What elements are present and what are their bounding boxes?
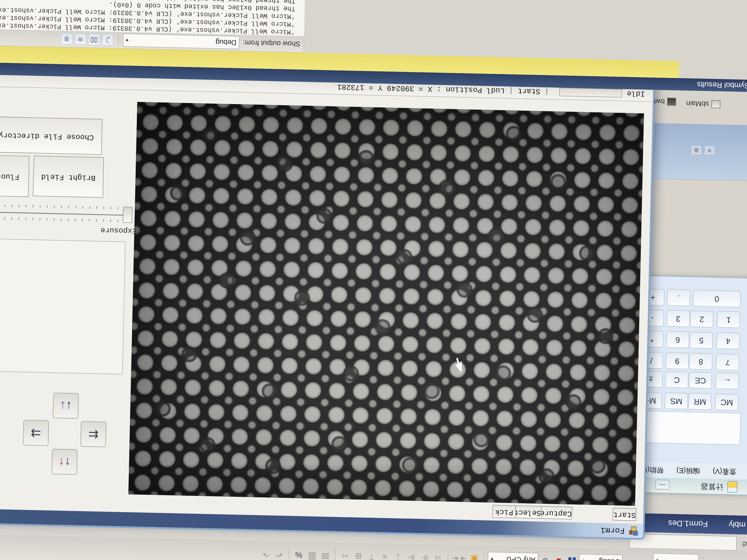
undo2-icon[interactable]: ↶	[273, 548, 286, 560]
spacing-icon[interactable]: 𝍣	[319, 549, 332, 560]
select-button[interactable]: Select	[514, 506, 542, 519]
move-up-button[interactable]: ↑↑	[51, 449, 78, 475]
bright-field-button[interactable]: Bright Field	[33, 156, 104, 198]
key-ms[interactable]: MS	[665, 392, 688, 409]
key-4[interactable]: 4	[716, 332, 740, 349]
spacing2-icon[interactable]: 𝍤	[306, 549, 318, 560]
upside-down-screen: ⟲ ⟳ ▾ ▾ Debug▾ ▮▮ ■ ↻ Any CPU▾ ▣ ⇥ ⇤ ⫤ ⊪…	[0, 0, 747, 560]
show-output-from-label: Show output from:	[243, 39, 301, 48]
pick-button[interactable]: Pick	[492, 505, 516, 518]
image-vignette	[128, 102, 644, 506]
key-decimal[interactable]: .	[667, 289, 691, 306]
find-symbol-results-title: d Symbol Results	[697, 78, 747, 92]
restart-debug-icon[interactable]: ↻	[539, 554, 552, 560]
exposure-slider[interactable]	[0, 212, 132, 216]
menu-view[interactable]: 查看(V)	[713, 466, 737, 477]
toolbar-separator	[289, 547, 289, 559]
capture-button[interactable]: Capture	[540, 506, 572, 519]
find-input[interactable]	[629, 534, 737, 551]
statusbar-component-icon	[711, 100, 720, 108]
status-state: Idle	[627, 89, 645, 98]
form1-window: Form1 Start Capture Select Pick ↑↑ ⇇ ⇉ ↓…	[0, 70, 655, 540]
exposure-slider-thumb[interactable]	[123, 207, 132, 223]
menu-edit[interactable]: 编辑(E)	[676, 466, 700, 476]
key-0[interactable]: 0	[693, 290, 741, 308]
goto-message-icon[interactable]: ⤸	[102, 34, 113, 46]
toolbar-separator	[118, 34, 119, 46]
stop-debug-icon[interactable]: ■	[552, 555, 565, 560]
clear-all-icon[interactable]: ⌧	[88, 34, 100, 45]
tab-form1-designer[interactable]: Form1.Des	[657, 513, 718, 534]
percent-icon[interactable]: %	[292, 549, 305, 560]
form1-app-icon	[628, 526, 638, 535]
key-backspace[interactable]: ←	[715, 372, 739, 389]
align-bottom-icon[interactable]: ⟙	[365, 551, 378, 560]
key-5[interactable]: 5	[690, 332, 713, 349]
solution-config-combo[interactable]: Debug▾	[579, 554, 623, 560]
pause-debug-icon[interactable]: ▮▮	[566, 555, 578, 560]
attach-process-icon[interactable]: ▣	[468, 553, 481, 560]
dropdown-icon[interactable]: ▾	[706, 558, 718, 560]
move-down-button[interactable]: ↓↓	[53, 393, 79, 419]
redo2-icon[interactable]: ↷	[260, 548, 272, 560]
tab-assembly[interactable]: mbly	[718, 515, 747, 535]
slider-ticks-bottom	[0, 204, 132, 210]
key-2[interactable]: 2	[690, 311, 714, 327]
align-left-icon[interactable]: ⫤	[432, 552, 444, 560]
find-label: nd:	[741, 540, 747, 548]
move-left-button[interactable]: ⇇	[80, 421, 106, 447]
picture-box	[0, 238, 126, 374]
key-8[interactable]: 8	[689, 353, 713, 370]
exposure-label: Exposure	[101, 226, 137, 235]
key-c[interactable]: C	[665, 371, 689, 388]
calculator-icon	[727, 481, 738, 492]
toolbar-separator	[484, 551, 485, 560]
list-icon[interactable]: ≡	[704, 145, 715, 156]
toolbar-separator	[335, 548, 336, 560]
align-center-icon[interactable]: ⊪	[419, 552, 431, 560]
pin-icon[interactable]: ≣	[61, 33, 73, 45]
toolbar-separator	[702, 556, 703, 560]
startup-project-combo[interactable]: ▾	[653, 553, 699, 560]
calculator-title: 计算器	[700, 481, 723, 492]
same-size-icon[interactable]: ⊞	[352, 550, 365, 560]
key-1[interactable]: 1	[717, 311, 740, 328]
fluorescent-field-button[interactable]: Fluorescent Field	[0, 154, 29, 197]
key-3[interactable]: 3	[666, 310, 690, 327]
choose-file-directory-button[interactable]: Choose File directory	[0, 116, 103, 155]
status-start: Start	[517, 87, 540, 96]
key-mc[interactable]: MC	[715, 394, 739, 410]
move-right-button[interactable]: ⇉	[23, 420, 49, 446]
redo-icon[interactable]: ⟳	[719, 558, 732, 560]
list2-icon[interactable]: ≣	[691, 145, 702, 155]
calculator-display	[637, 410, 741, 445]
backgroundworker-component-icon	[667, 98, 676, 106]
key-ce[interactable]: CE	[689, 372, 712, 389]
key-7[interactable]: 7	[716, 353, 740, 370]
size-width-icon[interactable]: ⇿	[339, 550, 351, 560]
toolbar-overflow-icon[interactable]: ▾	[0, 542, 2, 555]
align-right-icon[interactable]: ⊫	[405, 551, 418, 560]
output-source-combo[interactable]: Debug▾	[123, 33, 239, 49]
toolbar-separator	[448, 551, 448, 560]
key-9[interactable]: 9	[666, 352, 689, 369]
wordwrap-icon[interactable]: ≋	[75, 33, 86, 45]
undo-icon[interactable]: ⟲	[732, 559, 745, 560]
slider-ticks-top	[0, 217, 132, 222]
align-top-icon[interactable]: ⟘	[392, 551, 404, 560]
status-progressbar	[559, 88, 622, 98]
key-6[interactable]: 6	[666, 331, 690, 348]
platform-combo[interactable]: Any CPU▾	[488, 552, 539, 560]
key-mr[interactable]: MR	[688, 393, 712, 410]
align-middle-icon[interactable]: ≡	[379, 551, 391, 560]
start-button[interactable]: Start	[613, 508, 637, 521]
step-icons[interactable]: ⇥ ⇤	[451, 552, 467, 560]
tray-item-sbmain[interactable]: sbMain	[686, 100, 720, 108]
photo-of-monitor: ⟲ ⟳ ▾ ▾ Debug▾ ▮▮ ■ ↻ Any CPU▾ ▣ ⇥ ⇤ ⫤ ⊪…	[0, 0, 747, 560]
microwell-image[interactable]	[128, 102, 644, 506]
form1-title: Form1	[600, 526, 625, 535]
minimize-button[interactable]: —	[655, 479, 670, 490]
